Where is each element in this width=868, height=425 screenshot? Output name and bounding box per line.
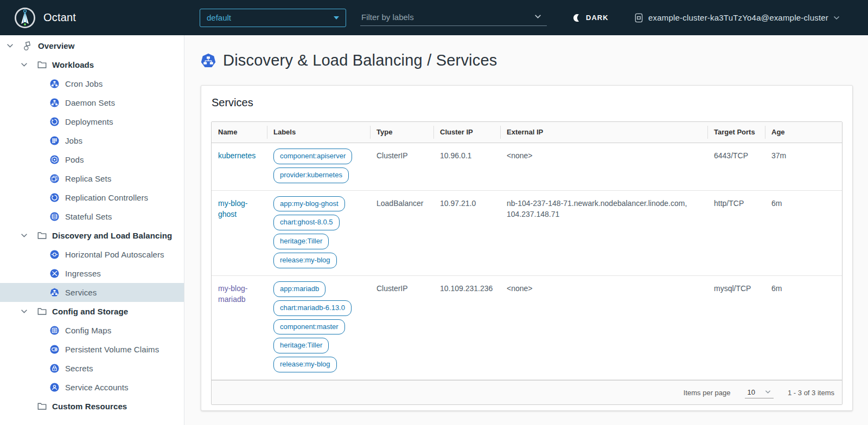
sidebar-item-config-maps[interactable]: Config Maps (0, 321, 184, 340)
service-name-cell: my-blog-ghost (212, 191, 267, 275)
folder-icon (37, 402, 47, 411)
sidebar-item-label: Jobs (65, 136, 82, 145)
items-per-page-value: 10 (748, 388, 755, 396)
target-ports-cell: http/TCP (707, 191, 765, 275)
sidebar-item-stateful-sets[interactable]: Stateful Sets (0, 207, 184, 226)
app-title: Octant (43, 11, 76, 24)
external-ip-cell: <none> (500, 143, 707, 190)
target-ports-cell: mysql/TCP (707, 276, 765, 379)
sidebar-item-daemon-sets[interactable]: Daemon Sets (0, 93, 184, 112)
external-ip-cell: nb-104-237-148-71.newark.nodebalancer.li… (500, 191, 707, 275)
label-pill[interactable]: chart:ghost-8.0.5 (273, 215, 340, 230)
sidebar-item-label: Service Accounts (65, 383, 129, 392)
pods-icon (50, 155, 59, 164)
sidebar-item-label: Persistent Volume Claims (65, 345, 159, 354)
sidebar-item-pods[interactable]: Pods (0, 150, 184, 169)
sidebar-item-label: Cron Jobs (65, 79, 103, 88)
namespace-select-value: default (207, 13, 231, 22)
age-cell: 6m (765, 276, 842, 379)
chevron-down-icon[interactable] (20, 307, 28, 316)
label-pill[interactable]: chart:mariadb-6.13.0 (273, 300, 352, 316)
column-header-type: Type (370, 122, 433, 143)
sidebar-group-discovery-load-balancing[interactable]: Discovery and Load Balancing (0, 226, 184, 245)
type-cell: LoadBalancer (370, 191, 433, 275)
label-pill[interactable]: component:apiserver (273, 149, 352, 164)
label-pill[interactable]: component:master (273, 319, 345, 335)
table-header-row: Name Labels Type Cluster IP External IP … (212, 122, 842, 143)
label-pill[interactable]: heritage:Tiller (273, 338, 329, 353)
service-heptagon-icon (201, 53, 216, 68)
applications-icon (23, 41, 33, 51)
chevron-down-icon[interactable] (20, 231, 28, 240)
label-pill[interactable]: release:my-blog (273, 253, 337, 268)
sidebar-item-secrets[interactable]: Secrets (0, 359, 184, 378)
sidebar-group-workloads[interactable]: Workloads (0, 55, 184, 74)
age-cell: 6m (765, 191, 842, 275)
service-link-kubernetes[interactable]: kubernetes (218, 151, 256, 160)
label-pill[interactable]: release:my-blog (273, 357, 337, 372)
label-pill[interactable]: provider:kubernetes (273, 168, 349, 183)
sidebar-item-replication-controllers[interactable]: Replication Controllers (0, 188, 184, 207)
chevron-down-icon[interactable] (20, 61, 28, 69)
sidebar-item-label: Replica Sets (65, 174, 111, 183)
app-header: Octant default DARK example-cluster-ka3T… (0, 0, 868, 35)
sidebar-item-label: Config Maps (65, 326, 111, 335)
brand: Octant (0, 7, 184, 29)
chevron-down-icon (334, 16, 339, 20)
deployments-icon (50, 117, 59, 126)
chevron-down-icon[interactable] (5, 42, 14, 50)
external-ip-cell: <none> (500, 276, 707, 379)
services-table: Name Labels Type Cluster IP External IP … (211, 121, 843, 405)
label-filter-input[interactable] (360, 9, 547, 26)
sidebar-item-replica-sets[interactable]: Replica Sets (0, 169, 184, 188)
sidebar-item-label: Deployments (65, 117, 113, 126)
sidebar-item-label: Pods (65, 155, 84, 164)
cluster-ip-cell: 10.96.0.1 (433, 143, 500, 190)
sidebar-item-services[interactable]: Services (0, 283, 184, 302)
sidebar-item-deployments[interactable]: Deployments (0, 112, 184, 131)
sidebar: Overview Workloads Cron Jobs Daemon Sets (0, 35, 184, 425)
sidebar-item-cron-jobs[interactable]: Cron Jobs (0, 74, 184, 93)
column-header-name: Name (212, 122, 267, 143)
service-link-my-blog-ghost[interactable]: my-blog-ghost (218, 199, 247, 218)
sidebar-group-config-storage[interactable]: Config and Storage (0, 302, 184, 321)
dark-theme-toggle[interactable]: DARK (573, 14, 609, 22)
service-name-cell: my-blog-mariadb (212, 276, 267, 379)
cron-jobs-icon (50, 79, 59, 88)
sidebar-item-ingresses[interactable]: Ingresses (0, 264, 184, 283)
sidebar-item-horizontal-pod-autoscalers[interactable]: Horizontal Pod Autoscalers (0, 245, 184, 264)
services-icon (50, 288, 59, 297)
age-cell: 37m (765, 143, 842, 190)
table-row: my-blog-mariadb app:mariadb chart:mariad… (212, 276, 842, 380)
column-header-cluster-ip: Cluster IP (433, 122, 500, 143)
label-pill[interactable]: app:mariadb (273, 281, 326, 297)
caret-spacer (20, 402, 28, 411)
namespace-select[interactable]: default (200, 9, 346, 27)
page-title: Discovery & Load Balancing / Services (223, 51, 497, 69)
theme-toggle-label: DARK (586, 14, 609, 22)
label-pill[interactable]: heritage:Tiller (273, 234, 329, 249)
sidebar-group-custom-resources[interactable]: Custom Resources (0, 397, 184, 416)
moon-icon (573, 14, 582, 22)
sidebar-item-overview[interactable]: Overview (0, 36, 184, 55)
folder-icon (37, 60, 47, 70)
daemon-sets-icon (50, 98, 59, 107)
cluster-context-value: example-cluster-ka3TuTzYo4a@example-clus… (648, 13, 828, 22)
sidebar-item-label: Ingresses (65, 269, 101, 278)
cluster-context-select[interactable]: example-cluster-ka3TuTzYo4a@example-clus… (634, 13, 840, 23)
label-pill[interactable]: app:my-blog-ghost (273, 196, 345, 212)
chevron-down-icon[interactable] (534, 14, 541, 19)
service-link-my-blog-mariadb[interactable]: my-blog-mariadb (218, 284, 247, 304)
replication-controllers-icon (50, 193, 59, 202)
services-card: Services Name Labels Type Cluster IP Ext… (201, 85, 853, 411)
sidebar-item-persistent-volume-claims[interactable]: Persistent Volume Claims (0, 340, 184, 359)
sidebar-item-service-accounts[interactable]: Service Accounts (0, 378, 184, 397)
secrets-icon (50, 364, 59, 373)
service-accounts-icon (50, 383, 59, 392)
items-per-page-select[interactable]: 10 (745, 387, 774, 398)
labels-cell: app:my-blog-ghost chart:ghost-8.0.5 heri… (267, 191, 370, 275)
main-content: Discovery & Load Balancing / Services Se… (184, 35, 868, 425)
sidebar-item-label: Replication Controllers (65, 193, 148, 202)
folder-icon (37, 231, 47, 241)
sidebar-item-jobs[interactable]: Jobs (0, 131, 184, 150)
